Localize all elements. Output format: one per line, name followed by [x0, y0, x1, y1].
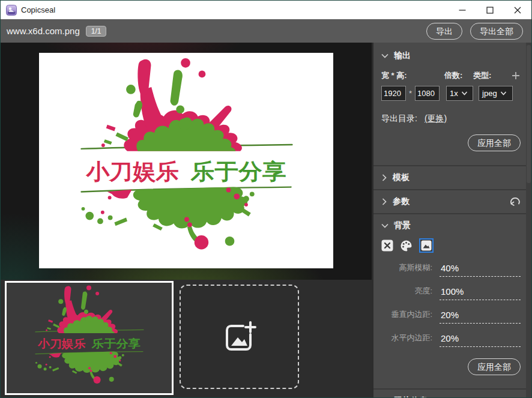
params-reset-button[interactable] — [509, 197, 521, 207]
horizontal-padding-value[interactable]: 20% — [440, 333, 521, 347]
section-background: 背景 — [381, 214, 521, 388]
bg-image-button[interactable] — [419, 238, 434, 253]
vertical-padding-value[interactable]: 20% — [440, 310, 521, 324]
section-output-header[interactable]: 输出 — [381, 50, 521, 61]
app-icon — [6, 5, 17, 16]
section-background-header[interactable]: 背景 — [381, 220, 521, 231]
section-params-title: 参数 — [393, 196, 410, 207]
chevron-down-icon — [381, 223, 388, 229]
multiplier-select[interactable]: 1x — [446, 86, 473, 101]
chevron-right-icon — [381, 174, 387, 181]
horizontal-padding-label: 水平内边距: — [381, 333, 432, 347]
gaussian-blur-label: 高斯模糊: — [381, 262, 432, 277]
brightness-value[interactable]: 100% — [440, 286, 521, 300]
section-template-title: 模板 — [393, 172, 410, 183]
add-image-dropzone[interactable] — [180, 285, 299, 389]
chevron-down-icon — [381, 53, 388, 59]
gaussian-blur-value[interactable]: 40% — [440, 263, 521, 277]
app-title: Copicseal — [21, 5, 55, 14]
size-separator: * — [409, 89, 412, 98]
section-template-header[interactable]: 模板 — [381, 172, 521, 183]
add-image-icon — [220, 318, 259, 356]
sidebar-scrollbar[interactable] — [526, 43, 531, 398]
add-output-button[interactable] — [511, 71, 521, 80]
vertical-padding-label: 垂直内边距: — [381, 309, 432, 324]
bg-image-icon — [421, 240, 432, 251]
close-icon — [514, 7, 521, 14]
background-apply-all-button[interactable]: 应用全部 — [468, 358, 521, 375]
output-apply-all-button[interactable]: 应用全部 — [468, 134, 521, 151]
palette-icon — [400, 240, 413, 252]
preview-image-card — [39, 53, 333, 268]
splash-logo-image — [39, 53, 333, 268]
minimize-icon — [459, 7, 466, 14]
export-dir-label: 导出目录: — [381, 113, 417, 124]
multiplier-value: 1x — [450, 89, 458, 98]
type-select[interactable]: jpeg — [479, 86, 513, 101]
section-background-title: 背景 — [394, 220, 411, 231]
type-label: 类型: — [473, 70, 511, 81]
multiplier-label: 倍数: — [444, 70, 473, 81]
bg-none-button[interactable] — [381, 240, 393, 252]
section-params: 参数 — [381, 190, 521, 213]
section-photo-info-title: 照片信息 — [394, 396, 428, 398]
width-input[interactable] — [381, 86, 406, 101]
section-template: 模板 — [381, 166, 521, 189]
app-window: Copicseal www.x6d.com.png 1/1 导出 导出全部 — [0, 0, 532, 398]
section-output-title: 输出 — [394, 50, 411, 61]
section-photo-info: 照片信息 相机厂商: — [381, 390, 521, 398]
export-all-button[interactable]: 导出全部 — [470, 23, 523, 40]
chevron-down-icon — [501, 91, 506, 95]
preview-column — [1, 43, 373, 398]
titlebar: Copicseal — [1, 1, 531, 19]
current-filename: www.x6d.com.png — [7, 26, 80, 36]
settings-sidebar: 输出 宽 * 高: 倍数: 类型: * — [373, 43, 531, 398]
thumbnail-strip — [1, 280, 372, 398]
preview-canvas — [1, 43, 372, 280]
section-params-header[interactable]: 参数 — [381, 196, 521, 207]
chevron-down-icon — [462, 91, 467, 95]
header-bar: www.x6d.com.png 1/1 导出 导出全部 — [1, 19, 531, 43]
undo-icon — [509, 197, 521, 207]
maximize-button[interactable] — [476, 1, 504, 19]
maximize-icon — [486, 7, 494, 14]
close-button[interactable] — [504, 1, 531, 19]
height-input[interactable] — [415, 86, 440, 101]
brightness-label: 亮度: — [381, 286, 432, 300]
change-dir-link[interactable]: (更换) — [425, 113, 447, 124]
plus-icon — [512, 71, 520, 80]
bg-color-button[interactable] — [400, 240, 413, 252]
minimize-button[interactable] — [449, 1, 476, 19]
thumbnail-selected[interactable] — [5, 281, 174, 395]
thumbnail-logo-image — [7, 283, 172, 393]
bg-none-icon — [381, 240, 393, 252]
chevron-right-icon — [381, 198, 387, 205]
section-photo-info-header[interactable]: 照片信息 — [381, 396, 521, 398]
section-output: 输出 宽 * 高: 倍数: 类型: * — [381, 43, 521, 165]
size-label: 宽 * 高: — [381, 70, 444, 81]
page-count-badge: 1/1 — [86, 26, 107, 37]
export-button[interactable]: 导出 — [426, 23, 462, 40]
scrollbar-thumb[interactable] — [527, 45, 531, 183]
type-value: jpeg — [482, 89, 497, 98]
